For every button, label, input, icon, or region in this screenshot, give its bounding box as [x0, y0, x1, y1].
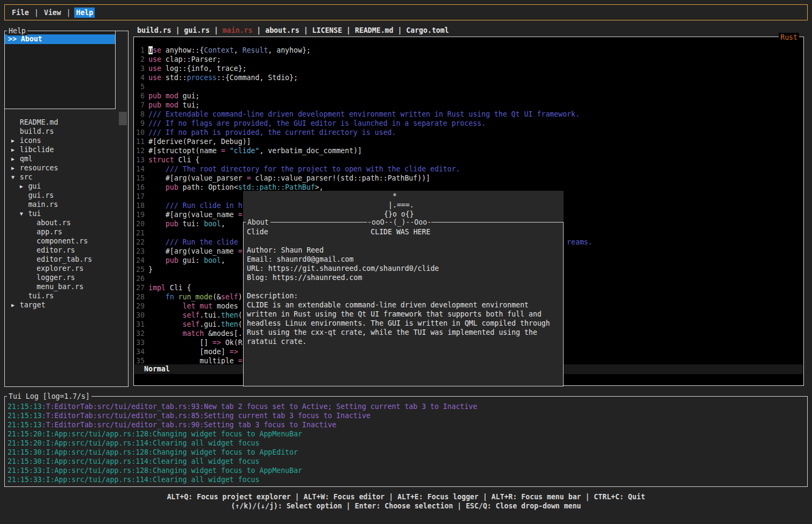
tree-item-label: main.rs — [28, 200, 58, 209]
code-line-text: pub mod gui; — [148, 92, 200, 100]
code-token: struct — [148, 156, 174, 164]
tree-item-component.rs[interactable]: component.rs — [5, 236, 127, 246]
code-token: self — [221, 293, 238, 301]
tree-item-gui[interactable]: ▶gui — [5, 182, 127, 191]
code-line-text: } — [148, 265, 153, 274]
tree-item-app.rs[interactable]: app.rs — [5, 227, 127, 236]
tree-item-icons[interactable]: ▶icons — [5, 136, 127, 145]
tab-main.rs[interactable]: main.rs — [223, 26, 253, 34]
tree-indent — [28, 227, 37, 236]
line-number: 25 — [134, 265, 145, 274]
line-number: 32 — [134, 329, 145, 338]
footer-hints: ALT+Q: Focus project explorer | ALT+W: F… — [0, 492, 812, 511]
log-timestamp: 21:15:20 — [8, 430, 42, 438]
tree-indent — [28, 246, 37, 255]
code-token: process — [187, 74, 217, 82]
tree-item-tui[interactable]: ▼tui — [5, 209, 127, 218]
menu-item-view[interactable]: View — [42, 8, 63, 18]
code-line: 11#[derive(Parser, Debug)] — [134, 137, 803, 146]
code-token: ::{Command, Stdio}; — [217, 74, 298, 82]
tab-about.rs[interactable]: about.rs — [265, 26, 300, 34]
line-number: 1 — [134, 46, 145, 55]
code-token: "clide" — [230, 147, 260, 155]
code-token — [148, 320, 183, 328]
code-line-text: pub tui: bool, — [148, 220, 225, 228]
log-message: :T:EditorTab:src/tui/editor_tab.rs:90:Se… — [42, 421, 337, 429]
tree-item-resources[interactable]: ▶resources — [5, 163, 127, 173]
vim-mode-indicator: Normal — [134, 365, 170, 373]
tab-separator: | — [252, 26, 265, 34]
tab-Cargo.toml[interactable]: Cargo.toml — [406, 26, 448, 34]
code-token: ) — [238, 293, 243, 301]
code-line-text: use anyhow::{Context, Result, anyhow}; — [148, 46, 311, 54]
line-number: 27 — [134, 283, 145, 292]
code-line-text: #[arg(value_parser = clap::value_parser!… — [148, 174, 430, 182]
code-token: mod — [166, 101, 179, 109]
tree-item-label: logger.rs — [37, 273, 75, 282]
code-token: fn — [166, 293, 174, 301]
tree-item-src[interactable]: ▼src — [5, 173, 127, 182]
line-number: 15 — [134, 174, 145, 183]
code-token: #[derive(Parser, Debug)] — [148, 138, 251, 146]
code-token: &modes[. — [204, 329, 242, 338]
code-line: 6pub mod gui; — [134, 91, 803, 101]
menu-item-about[interactable]: >> About — [5, 34, 115, 44]
explorer-scrollbar-thumb[interactable] — [119, 112, 127, 125]
tree-item-main.rs[interactable]: main.rs — [5, 200, 127, 209]
log-timestamp: 21:15:13 — [8, 412, 42, 420]
menu-item-file[interactable]: File — [10, 8, 31, 18]
tree-item-editor_tab.rs[interactable]: editor_tab.rs — [5, 255, 127, 264]
code-token: mut — [200, 302, 212, 310]
code-token — [148, 293, 166, 301]
code-line-text: #[arg(value_name = — [148, 211, 243, 219]
menu-item-help[interactable]: Help — [74, 8, 95, 18]
app-root: File|View|Help README.md build.rs▶icons▶… — [0, 0, 812, 524]
log-entry: 21:15:13:T:EditorTab:src/tui/editor_tab.… — [8, 420, 807, 429]
tab-gui.rs[interactable]: gui.rs — [184, 26, 210, 34]
log-entries: 21:15:13:T:EditorTab:src/tui/editor_tab.… — [5, 397, 807, 484]
tree-item-build.rs[interactable]: build.rs — [5, 127, 127, 136]
line-number: 19 — [134, 210, 145, 219]
tree-item-gui.rs[interactable]: gui.rs — [5, 191, 127, 200]
log-message: :I:App:src/tui/app.rs:128:Changing widge… — [42, 448, 298, 456]
line-number: 9 — [134, 119, 145, 128]
line-number: 4 — [134, 73, 145, 82]
code-token: Ok(R — [221, 339, 243, 347]
tree-item-label: component.rs — [37, 236, 88, 246]
tree-item-about.rs[interactable]: about.rs — [5, 218, 127, 227]
tree-item-qml[interactable]: ▶qml — [5, 154, 127, 163]
file-tree: README.md build.rs▶icons▶libclide▶qml▶re… — [5, 118, 127, 310]
tab-build.rs[interactable]: build.rs — [137, 26, 172, 34]
log-timestamp: 21:15:20 — [8, 439, 42, 447]
line-number: 11 — [134, 137, 145, 146]
tree-item-target[interactable]: ▶target — [5, 300, 127, 310]
tree-item-libclide[interactable]: ▶libclide — [5, 145, 127, 154]
tree-item-editor.rs[interactable]: editor.rs — [5, 246, 127, 255]
code-line-text: multiple = — [148, 357, 243, 365]
code-token: = — [238, 211, 243, 219]
tree-item-README.md[interactable]: README.md — [5, 118, 127, 127]
code-token: pub — [166, 220, 179, 228]
tab-README.md[interactable]: README.md — [355, 26, 393, 34]
line-number: 7 — [134, 101, 145, 110]
code-line-text: use clap::Parser; — [148, 55, 221, 63]
tree-item-logger.rs[interactable]: logger.rs — [5, 273, 127, 282]
code-token — [148, 302, 183, 310]
tree-indent — [28, 255, 37, 264]
log-entry: 21:15:20:I:App:src/tui/app.rs:128:Changi… — [8, 429, 807, 439]
tab-separator: | — [342, 26, 355, 34]
tree-item-menu_bar.rs[interactable]: menu_bar.rs — [5, 282, 127, 291]
code-line-text: /// If no path is provided, the current … — [148, 128, 396, 137]
code-token: let — [183, 302, 196, 310]
tree-item-explorer.rs[interactable]: explorer.rs — [5, 264, 127, 273]
collapsed-arrow-icon: ▶ — [11, 136, 20, 145]
code-token: pub — [148, 101, 161, 109]
tab-LICENSE[interactable]: LICENSE — [312, 26, 343, 34]
code-line-text: fn run_mode(&self) — [148, 293, 243, 301]
code-line: 8/// Extendable command-line driven deve… — [134, 110, 803, 119]
tree-item-tui.rs[interactable]: tui.rs — [5, 291, 127, 300]
expanded-arrow-icon: ▼ — [20, 209, 29, 218]
code-token — [161, 101, 166, 109]
code-token: => — [212, 339, 221, 347]
code-line-text: self.tui.then( — [148, 311, 243, 319]
